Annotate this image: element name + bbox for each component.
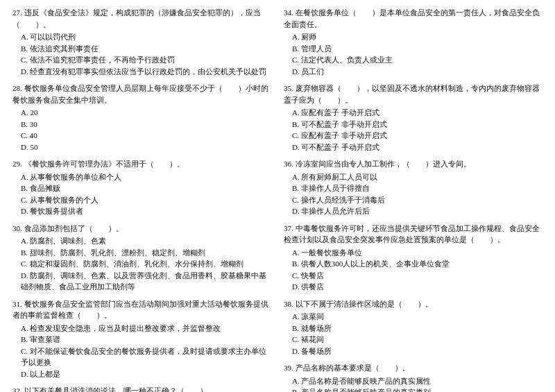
option-34-2: C. 法定代表人、负责人或业主 [292,54,543,66]
option-37-2: C. 快餐店 [292,270,543,282]
question-34: 34. 在餐饮服务单位（ ）是本单位食品安全的第一责任人，对食品安全负全面责任。… [284,7,543,77]
option-34-3: D. 员工们 [292,66,543,78]
question-text-39: 39. 产品名称的基本要求是（ ）。 [284,362,543,374]
question-text-37: 37. 中毒餐饮服务许可时，还应当提供关键环节食品加工操作规程、食品安全检查计划… [284,223,543,246]
question-text-38: 38. 以下不属于清洁操作区域的是（ ）。 [284,298,543,310]
options-27: A. 可以以罚代刑B. 依法追究其刑事责任C. 依法不追究犯罪事责任，不再给予行… [12,31,271,77]
question-text-32: 32. 以下有关餐具消洗消的说法，哪一种不正确？（ ） [12,385,271,392]
question-32: 32. 以下有关餐具消洗消的说法，哪一种不正确？（ ）A. 洗碗餐具应有专用水池… [12,385,271,392]
question-37: 37. 中毒餐饮服务许可时，还应当提供关键环节食品加工操作规程、食品安全检查计划… [284,223,543,293]
question-36: 36. 冷冻室间应当由专人加工制作，（ ）进入专间。A. 所有厨师厨工人员可以B… [284,158,543,217]
option-35-2: C. 应配有盖子 非手动开启式 [292,130,543,142]
options-39: A. 产品名称是否能够反映产品的真实属性B. 产品名称是否能够反映产品的真实类别… [284,375,543,393]
option-36-1: B. 非操作人员于得擅自 [292,182,543,194]
page-content: 27. 违反《食品安全法》规定，构成犯罪的（涉嫌食品安全犯罪的），应当（ ）。A… [12,7,543,392]
options-31: A. 检查发现安全隐患，应当及时提出整改要求，并监督整改B. 审查菜谱C. 对不… [12,323,271,380]
option-30-3: D. 防腐剂、调味剂、色素、以及营养强化剂、食品用香料、胶基糖果中基础剂物质、食… [21,270,271,293]
option-27-2: C. 依法不追究犯罪事责任，不再给予行政处罚 [21,54,271,66]
question-text-36: 36. 冷冻室间应当由专人加工制作，（ ）进入专间。 [284,158,543,170]
option-28-3: D. 50 [21,142,271,153]
option-38-0: A. 凉菜间 [292,311,543,323]
question-39: 39. 产品名称的基本要求是（ ）。A. 产品名称是否能够反映产品的真实属性B.… [284,362,543,392]
option-35-3: D. 可不配盖子 手动开启式 [292,142,543,153]
option-36-0: A. 所有厨师厨工人员可以 [292,171,543,183]
option-38-1: B. 就餐场所 [292,323,543,334]
option-35-0: A. 应配有盖子 手动开启式 [292,107,543,119]
option-37-3: D. 供餐店 [292,281,543,293]
options-29: A. 从事餐饮服务的单位和个人B. 食品摊贩C. 从事餐饮服务的个人D. 餐饮服… [12,171,271,217]
option-28-2: C. 40 [21,130,271,142]
option-28-1: B. 30 [21,119,271,130]
question-35: 35. 废弃物容器（ ），以坚固及不透水的材料制造，专内内的废弃物容器盖子应为（… [284,83,543,153]
main-columns: 27. 违反《食品安全法》规定，构成犯罪的（涉嫌食品安全犯罪的），应当（ ）。A… [12,7,543,392]
option-36-3: D. 非操作人员允许后后 [292,205,543,217]
options-36: A. 所有厨师厨工人员可以B. 非操作人员于得擅自C. 操作人员经洗手于消毒后D… [284,171,543,217]
option-30-1: B. 甜味剂、防腐剂、乳化剂、漂粉剂、稳定剂、增糊剂 [21,247,271,259]
option-37-0: A. 一般餐饮服务单位 [292,247,543,259]
option-38-2: C. 裱花间 [292,334,543,346]
option-31-3: D. 以上都是 [21,368,271,380]
question-38: 38. 以下不属于清洁操作区域的是（ ）。A. 凉菜间B. 就餐场所C. 裱花间… [284,298,543,357]
option-30-2: C. 稳定和凝固剂、防腐剂、消油剂、乳化剂、水分保持剂、增糊剂 [21,258,271,270]
option-31-0: A. 检查发现安全隐患，应当及时提出整改要求，并监督整改 [21,323,271,334]
question-text-31: 31. 餐饮服务食品安全监管部门应当在活动期间加强对重大活动餐饮服务提供者的事前… [12,298,271,321]
option-27-1: B. 依法追究其刑事责任 [21,43,271,55]
option-29-0: A. 从事餐饮服务的单位和个人 [21,171,271,183]
option-29-3: D. 餐饮服务提供者 [21,205,271,217]
option-28-0: A. 20 [21,107,271,119]
options-35: A. 应配有盖子 手动开启式B. 可不配盖子 非手动开启式C. 应配有盖子 非手… [284,107,543,153]
question-29: 29. 《餐饮服务许可管理办法》不适用于（ ）。A. 从事餐饮服务的单位和个人B… [12,158,271,217]
options-34: A. 厨师B. 管理人员C. 法定代表人、负责人或业主D. 员工们 [284,31,543,77]
options-30: A. 防腐剂、调味剂、色素B. 甜味剂、防腐剂、乳化剂、漂粉剂、稳定剂、增糊剂C… [12,235,271,293]
question-text-34: 34. 在餐饮服务单位（ ）是本单位食品安全的第一责任人，对食品安全负全面责任。 [284,7,543,30]
question-31: 31. 餐饮服务食品安全监管部门应当在活动期间加强对重大活动餐饮服务提供者的事前… [12,298,271,380]
question-text-29: 29. 《餐饮服务许可管理办法》不适用于（ ）。 [12,158,271,170]
right-column: 34. 在餐饮服务单位（ ）是本单位食品安全的第一责任人，对食品安全负全面责任。… [284,7,543,392]
option-29-2: C. 从事餐饮服务的个人 [21,194,271,206]
option-36-2: C. 操作人员经洗手于消毒后 [292,194,543,206]
option-29-1: B. 食品摊贩 [21,182,271,194]
options-37: A. 一般餐饮服务单位B. 供餐人数300人以上的机关、企事业单位食堂C. 快餐… [284,247,543,293]
question-text-27: 27. 违反《食品安全法》规定，构成犯罪的（涉嫌食品安全犯罪的），应当（ ）。 [12,7,271,30]
question-30: 30. 食品添加剂包括了（ ）。A. 防腐剂、调味剂、色素B. 甜味剂、防腐剂、… [12,223,271,293]
option-38-3: D. 备餐场所 [292,346,543,357]
option-34-0: A. 厨师 [292,31,543,43]
question-text-35: 35. 废弃物容器（ ），以坚固及不透水的材料制造，专内内的废弃物容器盖子应为（… [284,83,543,105]
left-column: 27. 违反《食品安全法》规定，构成犯罪的（涉嫌食品安全犯罪的），应当（ ）。A… [12,7,271,392]
option-27-3: D. 经查直没有犯罪事实但依法应当予以行政处罚的，由公安机关予以处罚 [21,66,271,78]
option-31-1: B. 审查菜谱 [21,334,271,346]
option-30-0: A. 防腐剂、调味剂、色素 [21,235,271,247]
option-39-0: A. 产品名称是否能够反映产品的真实属性 [292,375,543,387]
option-27-0: A. 可以以罚代刑 [21,31,271,43]
options-28: A. 20B. 30C. 40D. 50 [12,107,271,153]
option-37-1: B. 供餐人数300人以上的机关、企事业单位食堂 [292,258,543,270]
question-28: 28. 餐饮服务单位食品安全管理人员层期上每年应接受不少于（ ）小时的餐饮服务食… [12,83,271,153]
question-text-30: 30. 食品添加剂包括了（ ）。 [12,223,271,235]
question-27: 27. 违反《食品安全法》规定，构成犯罪的（涉嫌食品安全犯罪的），应当（ ）。A… [12,7,271,77]
option-35-1: B. 可不配盖子 非手动开启式 [292,119,543,130]
options-38: A. 凉菜间B. 就餐场所C. 裱花间D. 备餐场所 [284,311,543,357]
option-31-2: C. 对不能保证餐饮食品安全的餐饮服务提供者，及时提请或要求主办单位予以更换 [21,346,271,368]
question-text-28: 28. 餐饮服务单位食品安全管理人员层期上每年应接受不少于（ ）小时的餐饮服务食… [12,83,271,105]
option-34-1: B. 管理人员 [292,43,543,55]
option-39-1: B. 产品名称是否能够反映产品的真实类别 [292,386,543,392]
